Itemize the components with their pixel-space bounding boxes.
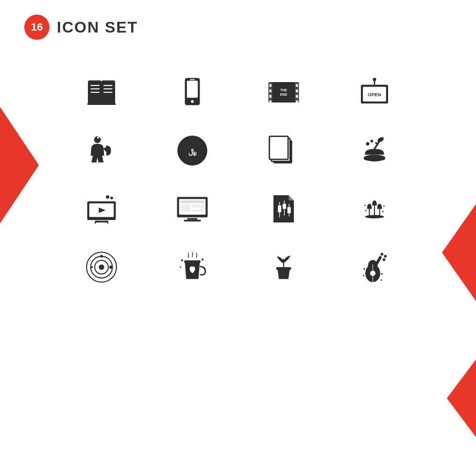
icon-book [77,68,126,117]
svg-text:END: END [280,93,287,96]
svg-rect-67 [287,207,290,214]
svg-point-94 [381,253,384,256]
icon-coffee [168,243,217,291]
icon-person-camera [77,126,126,175]
icon-monitor [168,185,217,233]
svg-rect-18 [296,84,298,87]
svg-line-42 [374,141,380,149]
svg-point-81 [109,266,113,269]
svg-rect-21 [296,101,298,102]
icon-rial: ﷼ [168,126,217,175]
svg-rect-17 [269,101,271,102]
svg-rect-11 [268,82,299,102]
icon-open-sign: OPEN [350,68,399,117]
icon-documents [259,126,308,175]
svg-rect-0 [87,103,116,105]
svg-point-44 [366,142,370,146]
svg-point-95 [384,255,387,258]
svg-text:﷼: ﷼ [188,147,197,156]
svg-point-82 [91,266,93,268]
svg-point-86 [180,267,181,268]
page-title: ICON SET [57,18,138,36]
icon-mortar-pestle [350,126,399,175]
icon-solar-system [77,243,126,291]
svg-point-96 [383,258,386,261]
documents-icon [267,134,301,168]
icon-file-chart [259,185,308,233]
svg-point-100 [363,275,364,276]
svg-point-85 [202,259,204,261]
svg-point-79 [99,264,104,270]
film-icon: THE END [267,75,301,109]
svg-rect-65 [283,204,286,209]
svg-point-71 [365,215,384,219]
svg-rect-88 [276,267,291,270]
mobile-icon [175,75,209,109]
svg-rect-60 [192,204,204,208]
svg-point-30 [97,136,99,138]
svg-text:OPEN: OPEN [368,92,381,97]
svg-rect-61 [192,209,204,212]
svg-point-43 [377,136,385,143]
open-sign-icon: OPEN [357,75,391,109]
svg-rect-41 [364,157,385,160]
svg-rect-63 [278,205,281,212]
svg-point-37 [278,143,281,146]
file-chart-icon [267,192,301,226]
icon-mobile [168,68,217,117]
svg-point-75 [382,211,384,212]
svg-rect-14 [269,84,271,87]
decoration-left [0,107,39,223]
svg-rect-35 [269,136,288,160]
svg-rect-19 [296,89,298,92]
svg-point-53 [110,197,113,200]
badge: 16 [24,15,50,40]
flower-icon [357,192,391,226]
svg-rect-59 [181,204,191,212]
icon-plant-pot [259,243,308,291]
svg-point-73 [365,210,367,211]
svg-point-24 [373,78,376,81]
svg-point-90 [282,259,285,262]
svg-rect-20 [296,95,298,98]
header: 16 ICON SET [24,15,138,40]
solar-system-icon [85,250,119,284]
decoration-right-bottom [447,359,476,437]
plant-pot-icon [267,250,301,284]
svg-point-52 [106,195,109,199]
svg-rect-15 [269,89,271,92]
book-icon [85,75,119,109]
monitor-icon [175,192,209,226]
mortar-pestle-icon [357,134,391,168]
tv-icon [85,192,119,226]
rial-icon: ﷼ [175,134,209,168]
svg-point-46 [375,142,377,144]
svg-text:THE: THE [280,88,287,92]
svg-rect-83 [184,260,201,263]
svg-point-9 [191,100,194,103]
icon-guitar [350,243,399,291]
guitar-icon [357,250,391,284]
decoration-right-top [442,204,476,301]
svg-rect-8 [187,81,198,98]
svg-rect-56 [187,218,198,220]
svg-rect-58 [181,201,204,204]
svg-point-45 [371,140,374,143]
svg-point-99 [364,268,366,270]
icon-tv [77,185,126,233]
coffee-icon [175,250,209,284]
svg-rect-16 [269,95,271,98]
svg-point-84 [181,259,183,261]
icon-film: THE END [259,68,308,117]
svg-point-101 [381,273,383,275]
icon-grid: THE END OPEN ﷼ [49,58,427,301]
svg-point-87 [204,268,205,270]
icon-flower [350,185,399,233]
svg-point-80 [100,255,103,258]
svg-point-72 [364,205,366,206]
svg-point-102 [381,279,382,281]
svg-point-74 [383,205,385,207]
person-camera-icon [85,134,119,168]
svg-rect-57 [184,220,201,221]
